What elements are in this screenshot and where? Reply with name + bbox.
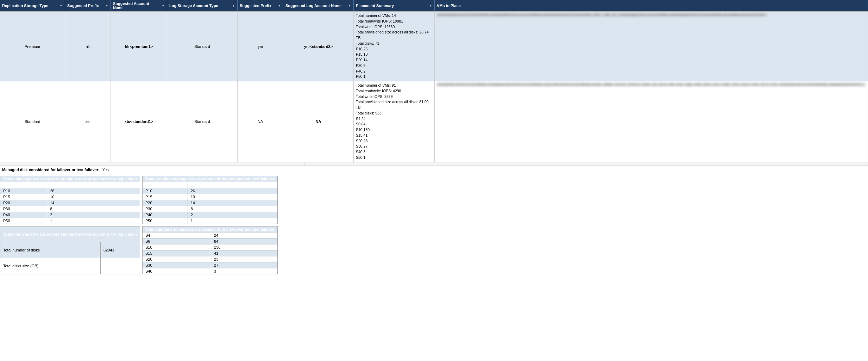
m-disk-count-p10: 26 xyxy=(188,188,277,194)
cell-account-standard: xtc<standard1> xyxy=(111,81,167,162)
unmanaged-col1-header: Disk type xyxy=(0,182,47,188)
unmanaged-standard-table: Total unmanaged disks across standard st… xyxy=(0,226,140,274)
disk-type-p40: P40 xyxy=(0,212,47,218)
header-vms[interactable]: VMs to Place xyxy=(435,0,868,11)
managed-disk-row: Managed disk considered for failover or … xyxy=(0,166,208,174)
std-disk-count-s30: 27 xyxy=(211,262,278,268)
header-suggested-account[interactable]: Suggested Account Name ▼ xyxy=(111,0,167,11)
placement-line10: P40:2 xyxy=(356,69,432,74)
std-disk-type-s10: S10 xyxy=(143,244,211,250)
std-disk-type-s30: S30 xyxy=(143,262,211,268)
placement-line2: Total read/write IOPS: 19081 xyxy=(356,19,432,24)
std-disk-count-s10: 130 xyxy=(211,244,278,250)
filter-icon-col5[interactable]: ▼ xyxy=(278,4,281,7)
m-disk-type-p40: P40 xyxy=(143,212,188,218)
header-suggested-prefix[interactable]: Suggested Prefix ▼ xyxy=(65,0,111,11)
disk-type-p50: P50 xyxy=(0,218,47,224)
cell-placement-premium: Total number of VMs: 14 Total read/write… xyxy=(354,12,435,81)
cell-prefix-premium: hlr xyxy=(65,12,111,81)
table-row: P30 8 xyxy=(143,206,278,212)
table-row: P50 1 xyxy=(143,218,278,224)
tables-section: Total unmanaged disks across premium sto… xyxy=(0,174,868,276)
table-row: P40 2 xyxy=(0,212,140,218)
m-disk-type-p15: P15 xyxy=(143,194,188,200)
std-count-total-disks: 82943 xyxy=(100,242,140,258)
table-row: Total number of disks 82943 xyxy=(0,242,140,258)
std-disk-count-s6: 84 xyxy=(211,238,278,244)
m-disk-count-p15: 10 xyxy=(188,194,277,200)
std-label-total-size: Total disks size (GB) xyxy=(0,258,101,274)
header-log-storage[interactable]: Log Storage Account Type ▼ xyxy=(167,0,238,11)
filter-icon-col6[interactable]: ▼ xyxy=(348,4,351,7)
cell-replication-premium: Premium xyxy=(0,12,65,81)
unmanaged-premium-header: Total unmanaged disks across premium sto… xyxy=(0,176,140,182)
std-disk-type-s15: S15 xyxy=(143,250,211,256)
filter-icon-col4[interactable]: ▼ xyxy=(232,4,235,7)
disk-count-p10: 26 xyxy=(47,188,140,194)
table-row: P15 10 xyxy=(0,194,140,200)
header-suggested-prefix2[interactable]: Suggested Prefix ▼ xyxy=(238,0,283,11)
filter-icon-col3[interactable]: ▼ xyxy=(162,4,165,7)
unmanaged-col2-header: Total number of disks xyxy=(47,182,140,188)
std-label-total-disks: Total number of disks xyxy=(0,242,101,258)
standard-tables-pair: Total unmanaged disks across standard st… xyxy=(0,226,868,274)
table-row: S15 41 xyxy=(143,250,278,256)
placement2-line3: Total write IOPS: 3539 xyxy=(356,94,432,100)
placement-line7: P15:10 xyxy=(356,52,432,57)
cell-log-account-standard: NA xyxy=(283,81,354,162)
table-row: P15 10 xyxy=(143,194,278,200)
std-disk-type-s20: S20 xyxy=(143,256,211,262)
cell-replication-standard: Standard xyxy=(0,81,65,162)
placement2-line9: S15:41 xyxy=(356,133,432,138)
table-row: P30 8 xyxy=(0,206,140,212)
vms-text-standard: co1ecitynh07 (CO1-CU-SV-EB004), co1eplan… xyxy=(437,83,866,86)
header-suggested-log[interactable]: Suggested Log Account Name ▼ xyxy=(283,0,354,11)
table-row: P20 14 xyxy=(143,200,278,206)
std-disk-count-s40: 3 xyxy=(211,268,278,274)
placement-line8: P20:14 xyxy=(356,57,432,63)
cell-log-storage-standard: Standard xyxy=(167,81,238,162)
header-replication-storage[interactable]: Replication Storage Type ▼ xyxy=(0,0,65,11)
filter-icon-col1[interactable]: ▼ xyxy=(59,4,63,7)
table-row: S40 3 xyxy=(143,268,278,274)
table-row: S4 24 xyxy=(143,232,278,238)
placement2-line13: S50:1 xyxy=(356,155,432,161)
disk-count-p50: 1 xyxy=(47,218,140,224)
header-placement[interactable]: Placement Summary ▼ xyxy=(354,0,435,11)
std-disk-type-s6: S6 xyxy=(143,238,211,244)
table-row: P40 2 xyxy=(143,212,278,218)
placement-line5: Total disks: 71 xyxy=(356,41,432,46)
m-disk-count-p40: 2 xyxy=(188,212,277,218)
disk-type-p15: P15 xyxy=(0,194,47,200)
managed-premium-table: Total premium managed disks created duri… xyxy=(142,176,278,224)
managed-disk-value: Yes xyxy=(102,168,109,172)
m-disk-type-p50: P50 xyxy=(143,218,188,224)
table-row: S20 23 xyxy=(143,256,278,262)
filter-icon-col7[interactable]: ▼ xyxy=(429,4,432,7)
std-disk-count-s4: 24 xyxy=(211,232,278,238)
m-disk-count-p30: 8 xyxy=(188,206,277,212)
table-row: S10 130 xyxy=(143,244,278,250)
filter-icon-col2[interactable]: ▼ xyxy=(105,4,108,7)
placement2-line8: S10:130 xyxy=(356,127,432,133)
spreadsheet: Replication Storage Type ▼ Suggested Pre… xyxy=(0,0,868,361)
placement-line6: P10:26 xyxy=(356,46,432,52)
cell-log-storage-premium: Standard xyxy=(167,12,238,81)
m-disk-type-p20: P20 xyxy=(143,200,188,206)
std-disk-count-s20: 23 xyxy=(211,256,278,262)
data-row-premium: Premium hlr hlr<premium1> Standard yni y… xyxy=(0,12,868,81)
data-row-standard: Standard xtc xtc<standard1> Standard NA … xyxy=(0,81,868,162)
placement2-line1: Total number of VMs: 91 xyxy=(356,83,432,88)
m-disk-type-p10: P10 xyxy=(143,188,188,194)
placement-line9: P30:8 xyxy=(356,63,432,69)
disk-count-p15: 10 xyxy=(47,194,140,200)
m-disk-type-p30: P30 xyxy=(143,206,188,212)
cell-account-premium: hlr<premium1> xyxy=(111,12,167,81)
cell-vms-premium: co1exxcitynbr1 (CO1-CU-SV-EF004), co1exl… xyxy=(435,12,868,81)
placement2-line5: Total disks: 533 xyxy=(356,111,432,116)
managed-col1-header: Disk type xyxy=(143,182,188,188)
placement2-line4: Total provisioned size across all disks:… xyxy=(356,99,432,111)
table-row: S6 84 xyxy=(143,238,278,244)
cell-log-account-premium: yni<standard2> xyxy=(283,12,354,81)
header-row: Replication Storage Type ▼ Suggested Pre… xyxy=(0,0,868,12)
